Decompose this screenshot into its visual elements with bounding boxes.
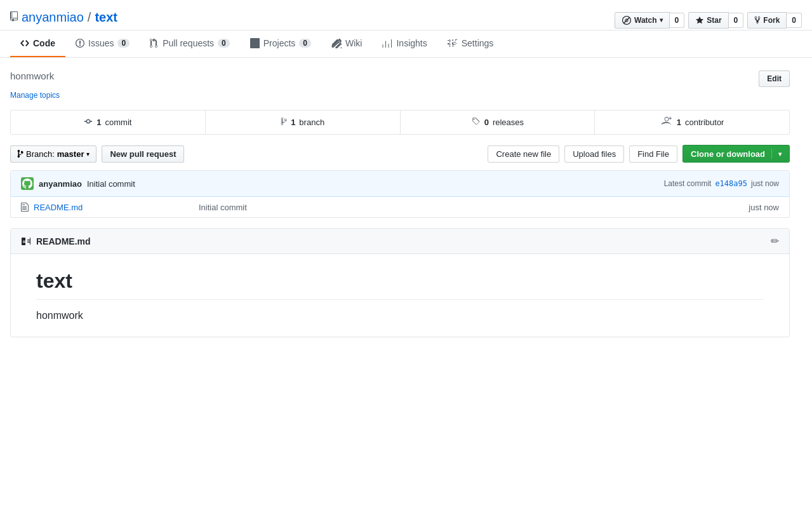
tab-issues[interactable]: Issues 0	[65, 30, 140, 57]
tab-issues-label: Issues	[88, 38, 114, 48]
latest-commit-label: Latest commit	[664, 179, 712, 188]
repo-nav: Code Issues 0 Pull requests 0 Projects 0…	[0, 30, 812, 58]
star-group: Star 0	[688, 12, 743, 29]
new-pull-request-button[interactable]: New pull request	[102, 145, 184, 163]
readme-header: README.md ✏	[11, 229, 789, 254]
upload-files-button[interactable]: Upload files	[564, 145, 624, 163]
tab-wiki[interactable]: Wiki	[321, 30, 372, 57]
file-table: anyanmiao Initial commit Latest commit e…	[10, 170, 790, 218]
watch-label: Watch	[634, 16, 657, 25]
find-file-button[interactable]: Find File	[629, 145, 677, 163]
tab-code-label: Code	[33, 38, 55, 48]
branch-chevron: ▾	[86, 151, 90, 158]
manage-topics-link[interactable]: Manage topics	[10, 91, 60, 100]
tab-code[interactable]: Code	[10, 30, 65, 57]
tab-settings[interactable]: Settings	[437, 30, 504, 57]
clone-divider	[771, 149, 772, 159]
releases-count: 0	[484, 118, 489, 127]
issues-badge: 0	[117, 39, 130, 48]
pr-icon	[150, 38, 159, 48]
contributors-stat[interactable]: 1 contributor	[595, 111, 789, 134]
settings-icon	[448, 38, 458, 48]
repo-icon	[10, 10, 18, 25]
readme-filename: README.md	[36, 236, 91, 246]
readme-edit-button[interactable]: ✏	[771, 235, 779, 247]
repo-name-link[interactable]: text	[95, 10, 117, 25]
branch-icon	[281, 117, 287, 128]
fork-count[interactable]: 0	[787, 13, 802, 28]
fork-group: Fork 0	[747, 12, 802, 29]
commit-author[interactable]: anyanmiao	[39, 179, 82, 189]
contributors-icon	[660, 117, 673, 128]
book-icon	[21, 236, 31, 246]
file-actions-bar: Branch: master ▾ New pull request Create…	[10, 145, 790, 163]
tab-pull-requests[interactable]: Pull requests 0	[140, 30, 240, 57]
tab-pr-label: Pull requests	[163, 38, 214, 48]
repo-actions: Watch ▾ 0 Star 0 Fork 0	[611, 12, 802, 29]
commits-count: 1	[97, 118, 101, 127]
star-label: Star	[707, 16, 721, 25]
watch-group: Watch ▾ 0	[615, 12, 684, 29]
tab-projects-label: Projects	[263, 38, 296, 48]
contributors-label: contributor	[685, 118, 724, 127]
fork-icon	[754, 16, 761, 25]
stats-bar: 1 commit 1 branch 0 releases 1 contribut…	[10, 110, 790, 135]
commit-icon	[84, 117, 93, 128]
main-content: honmwork Edit Manage topics 1 commit 1 b…	[0, 58, 800, 350]
branches-label: branch	[299, 118, 324, 127]
star-icon	[695, 16, 704, 25]
readme-content: text honmwork	[11, 254, 789, 337]
repo-description-text: honmwork	[10, 71, 54, 81]
file-name-col: README.md	[21, 202, 199, 212]
watch-button[interactable]: Watch ▾	[615, 12, 670, 29]
watch-chevron: ▾	[660, 17, 663, 24]
clone-label: Clone or download	[691, 149, 765, 159]
branch-select-icon	[17, 149, 23, 158]
clone-or-download-button[interactable]: Clone or download ▾	[682, 145, 790, 163]
releases-label: releases	[493, 118, 524, 127]
file-icon	[21, 202, 29, 212]
avatar	[21, 177, 34, 190]
star-count[interactable]: 0	[729, 13, 744, 28]
watch-count[interactable]: 0	[670, 13, 685, 28]
left-actions: Branch: master ▾ New pull request	[10, 145, 184, 163]
insights-icon	[382, 38, 392, 48]
projects-icon	[250, 38, 260, 48]
commit-time: just now	[751, 179, 779, 188]
commit-message: Initial commit	[87, 179, 135, 189]
branch-label: Branch:	[26, 149, 55, 159]
fork-button[interactable]: Fork	[747, 12, 787, 29]
create-new-file-button[interactable]: Create new file	[488, 145, 559, 163]
repo-separator: /	[88, 10, 91, 25]
projects-badge: 0	[299, 39, 311, 48]
pr-badge: 0	[218, 39, 230, 48]
tab-insights[interactable]: Insights	[372, 30, 437, 57]
repo-owner-link[interactable]: anyanmiao	[22, 10, 84, 25]
edit-button[interactable]: Edit	[759, 71, 790, 87]
star-button[interactable]: Star	[688, 12, 728, 29]
table-row: README.md Initial commit just now	[11, 197, 789, 217]
releases-stat[interactable]: 0 releases	[401, 111, 596, 134]
contributors-count: 1	[677, 118, 681, 127]
tab-insights-label: Insights	[396, 38, 427, 48]
repo-description-section: honmwork Edit	[10, 71, 790, 87]
branch-current: master	[57, 149, 84, 159]
commits-stat[interactable]: 1 commit	[11, 111, 206, 134]
issue-icon	[76, 38, 84, 48]
tab-projects[interactable]: Projects 0	[240, 30, 321, 57]
commit-info-right: Latest commit e148a95 just now	[664, 179, 779, 188]
commit-sha-link[interactable]: e148a95	[715, 179, 747, 188]
right-actions: Create new file Upload files Find File C…	[488, 145, 790, 163]
file-commit-col: Initial commit	[199, 203, 703, 212]
commit-info-left: anyanmiao Initial commit	[21, 177, 135, 190]
readme-section: README.md ✏ text honmwork	[10, 228, 790, 337]
commit-bar: anyanmiao Initial commit Latest commit e…	[11, 171, 789, 197]
commits-label: commit	[105, 118, 132, 127]
file-link[interactable]: README.md	[34, 203, 83, 212]
branches-stat[interactable]: 1 branch	[206, 111, 401, 134]
readme-heading: text	[36, 269, 764, 300]
branch-selector[interactable]: Branch: master ▾	[10, 145, 97, 163]
fork-label: Fork	[763, 16, 780, 25]
readme-title: README.md	[21, 236, 91, 246]
file-time-col: just now	[703, 203, 779, 212]
